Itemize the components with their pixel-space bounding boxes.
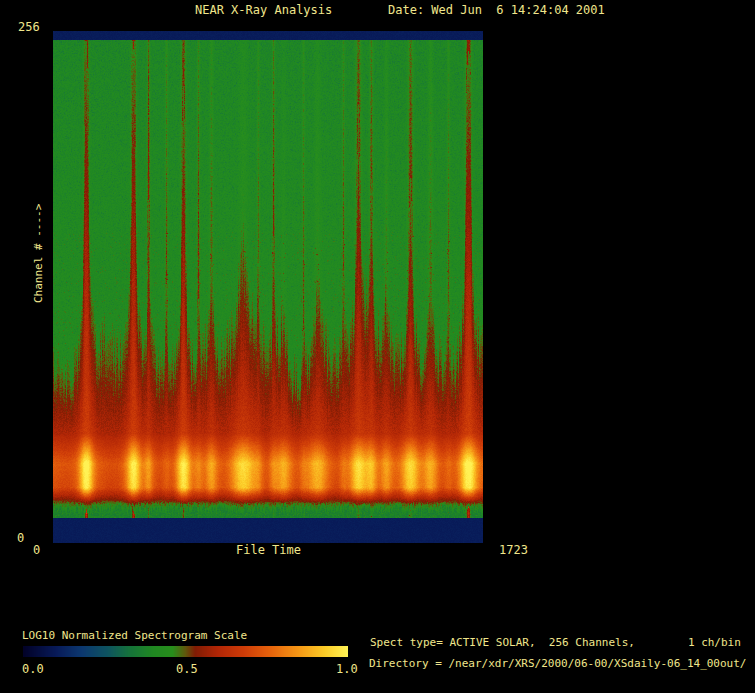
colorbar-tick-max: 1.0 [336,663,358,676]
x-axis-max-label: 1723 [499,544,528,557]
y-axis-min-label: 0 [17,532,24,545]
y-axis-label: Channel # ----> [32,203,45,303]
spect-info-line: Spect type= ACTIVE SOLAR, 256 Channels, … [370,637,741,649]
colorbar-title: LOG10 Normalized Spectrogram Scale [22,630,247,642]
y-axis-max-label: 256 [18,21,40,34]
colorbar-canvas [23,646,348,657]
directory-info-line: Directory = /near/xdr/XRS/2000/06-00/XSd… [369,658,747,670]
spectrogram-canvas [53,31,483,543]
x-axis-label: File Time [236,544,301,557]
page-title: NEAR X-Ray Analysis [195,4,332,17]
colorbar-tick-min: 0.0 [22,663,44,676]
x-axis-min-label: 0 [33,544,40,557]
date-label: Date: Wed Jun 6 14:24:04 2001 [388,4,605,17]
colorbar-tick-mid: 0.5 [176,663,198,676]
